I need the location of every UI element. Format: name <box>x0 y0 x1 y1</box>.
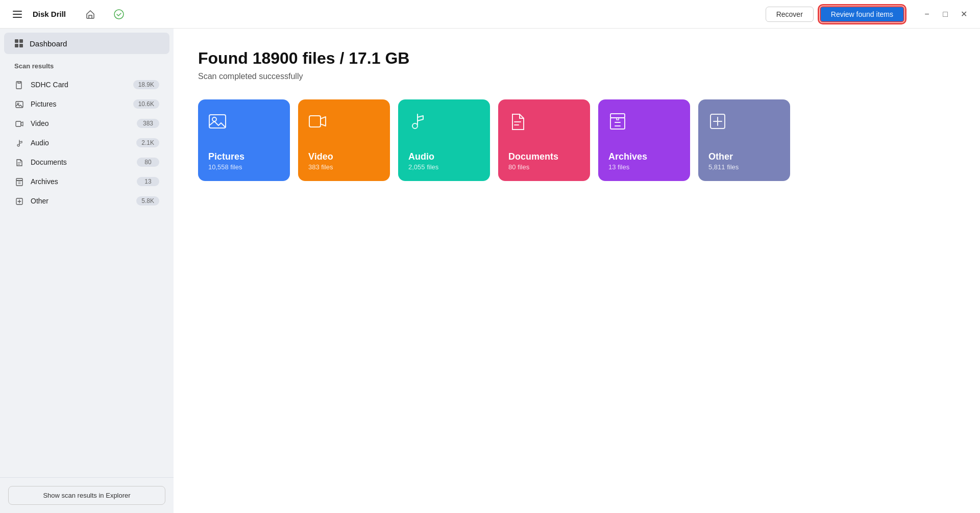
found-subtitle: Scan completed successfully <box>198 72 955 81</box>
titlebar-nav <box>66 5 766 23</box>
documents-card-count: 80 files <box>508 163 580 171</box>
sidebar-item-archives-count: 13 <box>137 177 159 186</box>
svg-rect-20 <box>610 114 625 118</box>
audio-icon <box>14 138 24 147</box>
archives-card-icon <box>608 112 680 131</box>
pictures-card-count: 10,558 files <box>208 163 280 171</box>
titlebar: Disk Drill Recover Review found items − … <box>0 0 980 29</box>
sidebar-item-documents[interactable]: Documents 80 <box>4 152 169 172</box>
sidebar: Dashboard Scan results SDHC Card 18.9K P… <box>0 29 174 513</box>
svg-rect-5 <box>19 39 23 43</box>
content-area: Found 18900 files / 17.1 GB Scan complet… <box>174 29 980 513</box>
category-card-other[interactable]: Other 5,811 files <box>698 99 790 181</box>
svg-rect-2 <box>13 17 22 18</box>
sidebar-nav: SDHC Card 18.9K Pictures 10.6K Video 383 <box>0 73 174 477</box>
video-icon <box>14 119 24 128</box>
svg-rect-6 <box>15 44 18 47</box>
category-card-documents[interactable]: Documents 80 files <box>498 99 590 181</box>
svg-rect-14 <box>16 181 22 186</box>
documents-icon <box>14 158 24 167</box>
sidebar-footer: Show scan results in Explorer <box>0 477 174 513</box>
documents-card-label: Documents <box>508 151 580 162</box>
other-card-count: 5,811 files <box>708 163 780 171</box>
audio-card-label: Audio <box>408 151 480 162</box>
review-found-items-button[interactable]: Review found items <box>820 6 904 22</box>
recover-button[interactable]: Recover <box>766 7 814 22</box>
documents-card-icon <box>508 112 580 131</box>
sidebar-item-dashboard[interactable]: Dashboard <box>4 33 169 54</box>
archives-card-count: 13 files <box>608 163 680 171</box>
sidebar-item-archives[interactable]: Archives 13 <box>4 172 169 191</box>
archives-icon <box>14 177 24 186</box>
video-card-icon <box>308 112 380 131</box>
svg-rect-1 <box>13 14 22 15</box>
svg-point-10 <box>17 103 19 105</box>
main-layout: Dashboard Scan results SDHC Card 18.9K P… <box>0 29 980 513</box>
found-title: Found 18900 files / 17.1 GB <box>198 49 955 68</box>
maximize-button[interactable]: □ <box>937 6 953 22</box>
home-icon <box>85 9 95 19</box>
hamburger-icon <box>13 11 22 18</box>
category-card-video[interactable]: Video 383 files <box>298 99 390 181</box>
sidebar-item-pictures-count: 10.6K <box>133 99 159 109</box>
show-explorer-button[interactable]: Show scan results in Explorer <box>8 486 165 505</box>
scan-results-heading: Scan results <box>0 56 174 73</box>
home-button[interactable] <box>81 5 100 23</box>
other-icon <box>14 196 24 206</box>
other-card-text: Other 5,811 files <box>708 151 780 171</box>
sidebar-item-video-label: Video <box>31 119 131 127</box>
sidebar-item-archives-label: Archives <box>31 177 131 186</box>
sidebar-item-pictures-label: Pictures <box>31 100 127 108</box>
svg-rect-0 <box>13 11 22 12</box>
svg-rect-18 <box>309 116 321 127</box>
titlebar-right: Recover Review found items − □ ✕ <box>766 6 972 22</box>
other-card-icon <box>708 112 780 131</box>
scan-complete-button[interactable] <box>110 5 128 23</box>
sidebar-item-video[interactable]: Video 383 <box>4 114 169 133</box>
archives-card-label: Archives <box>608 151 680 162</box>
pictures-icon <box>14 99 24 109</box>
category-card-audio[interactable]: Audio 2,055 files <box>398 99 490 181</box>
audio-card-icon <box>408 112 480 131</box>
audio-card-count: 2,055 files <box>408 163 480 171</box>
svg-rect-7 <box>19 44 23 47</box>
app-title: Disk Drill <box>33 10 66 18</box>
svg-rect-4 <box>15 39 18 43</box>
sidebar-item-other-label: Other <box>31 197 130 205</box>
category-card-archives[interactable]: Archives 13 files <box>598 99 690 181</box>
sidebar-item-pictures[interactable]: Pictures 10.6K <box>4 94 169 114</box>
dashboard-label: Dashboard <box>30 39 67 48</box>
sdhc-icon <box>14 80 24 89</box>
other-card-label: Other <box>708 151 780 162</box>
minimize-button[interactable]: − <box>919 6 935 22</box>
sidebar-item-sdhc-count: 18.9K <box>133 80 159 89</box>
sidebar-item-other-count: 5.8K <box>136 196 159 206</box>
svg-rect-11 <box>16 121 21 126</box>
documents-card-text: Documents 80 files <box>508 151 580 171</box>
svg-point-3 <box>114 10 124 19</box>
archives-card-text: Archives 13 files <box>608 151 680 171</box>
hamburger-menu-button[interactable] <box>8 5 27 23</box>
sidebar-item-documents-count: 80 <box>137 158 159 167</box>
svg-point-19 <box>412 123 418 129</box>
pictures-card-icon <box>208 112 280 131</box>
video-card-label: Video <box>308 151 380 162</box>
sidebar-item-audio[interactable]: Audio 2.1K <box>4 133 169 152</box>
audio-card-text: Audio 2,055 files <box>408 151 480 171</box>
pictures-card-label: Pictures <box>208 151 280 162</box>
video-card-count: 383 files <box>308 163 380 171</box>
window-controls: − □ ✕ <box>919 6 972 22</box>
pictures-card-text: Pictures 10,558 files <box>208 151 280 171</box>
sidebar-item-video-count: 383 <box>137 119 159 128</box>
svg-rect-16 <box>209 115 226 128</box>
titlebar-left: Disk Drill <box>8 5 66 23</box>
video-card-text: Video 383 files <box>308 151 380 171</box>
category-cards-grid: Pictures 10,558 files Video 383 files <box>198 99 955 181</box>
sidebar-item-documents-label: Documents <box>31 158 131 166</box>
category-card-pictures[interactable]: Pictures 10,558 files <box>198 99 290 181</box>
close-button[interactable]: ✕ <box>955 6 972 22</box>
sidebar-item-sdhc[interactable]: SDHC Card 18.9K <box>4 75 169 94</box>
checkmark-circle-icon <box>113 9 125 20</box>
sidebar-item-other[interactable]: Other 5.8K <box>4 191 169 211</box>
svg-point-17 <box>212 117 216 121</box>
